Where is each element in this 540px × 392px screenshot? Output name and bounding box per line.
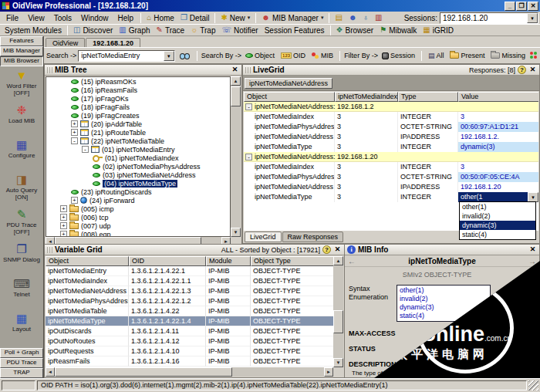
column-header-ipnettomediaindex[interactable]: ipNetToMediaIndex — [335, 92, 398, 102]
column-header-object[interactable]: Object — [244, 92, 335, 102]
sidebar-item-mib-manager[interactable]: MIB Manager — [0, 46, 43, 56]
tree-item[interactable]: (04) ipNetToMediaType — [46, 179, 230, 188]
table-row[interactable]: ipNetToMediaIndex1.3.6.1.2.1.4.22.1.1IP-… — [46, 276, 333, 286]
tree-item[interactable]: +(005) icmp — [46, 204, 230, 213]
sidebar-tool-word-filter-off[interactable]: ▼Word Filter [OFF] — [0, 69, 43, 103]
table-row[interactable]: ipOutNoRoutes1.3.6.1.2.1.4.12IP-MIBOBJEC… — [46, 336, 333, 346]
close-icon[interactable]: ✕ — [528, 66, 537, 74]
toolbar-button-trap[interactable]: ☼Trap — [187, 25, 218, 36]
minimize-button[interactable]: _ — [505, 2, 515, 11]
tree-item[interactable]: (16) ipReasmFails — [46, 86, 230, 94]
toolbar-button-discover[interactable]: ◫Discover — [70, 25, 116, 36]
tree-item[interactable]: -(01) ipNetToMediaEntry — [46, 145, 230, 154]
menu-view[interactable]: View — [23, 13, 49, 23]
toolbar-button-trace[interactable]: ✎Trace — [154, 25, 188, 36]
restore-button[interactable]: ❐ — [516, 2, 527, 11]
mibinfo-vertical-scrollbar[interactable]: ▲ ▼ — [528, 269, 538, 377]
tree-item[interactable]: (17) ipFragOKs — [46, 94, 230, 103]
tab-oidview[interactable]: OidView — [46, 38, 85, 47]
scroll-down-icon[interactable]: ▼ — [333, 358, 343, 367]
tree-item[interactable]: +(21) ipRouteTable — [46, 128, 230, 137]
chevron-down-icon[interactable]: ▾ — [527, 13, 538, 23]
dropdown-option[interactable]: static(4) — [460, 230, 535, 239]
detail-button[interactable]: ❐ Detail — [177, 12, 213, 24]
table-row[interactable]: ipNetToMediaEntry1.3.6.1.2.1.4.22.1IP-MI… — [46, 266, 333, 276]
drag-grip[interactable] — [47, 247, 52, 253]
collapse-icon[interactable]: - — [245, 103, 252, 110]
tree-item[interactable]: -(22) ipNetToMediaTable — [46, 137, 230, 145]
menu-window[interactable]: Window — [76, 13, 113, 23]
help-icon[interactable]: ? — [518, 66, 526, 74]
vargrid-vertical-scrollbar[interactable]: ▲ ▼ — [333, 256, 343, 367]
search-by-mib-button[interactable]: MIB — [309, 51, 336, 60]
livegrid-row[interactable]: ipNetToMediaNetAddress3IPADDRESS192.168.… — [244, 182, 538, 192]
sidebar-tool-configure[interactable]: ▦Configure — [0, 138, 43, 173]
toolbar-button-mibwalk[interactable]: ⚑Mibwalk — [376, 25, 420, 36]
sidebar-button-poll-graph[interactable]: Poll + Graph — [0, 348, 43, 358]
toolbar-button-system-modules[interactable]: System Modules — [2, 25, 65, 36]
tree-item[interactable]: +(008) egp — [46, 230, 230, 237]
scroll-down-icon[interactable]: ▼ — [231, 228, 241, 237]
toolbar-button-session-features[interactable]: Session Features — [262, 25, 328, 36]
column-header-type[interactable]: Type — [398, 92, 458, 102]
search-by-object-button[interactable]: Object — [243, 51, 277, 60]
sidebar-tool-auto-query-on[interactable]: ◨Auto Query [ON] — [0, 173, 43, 208]
filter-present-button[interactable]: Present — [447, 51, 487, 60]
expand-toggle[interactable]: + — [60, 231, 67, 237]
find-button[interactable] — [177, 52, 193, 60]
dropdown-option[interactable]: dynamic(3) — [460, 221, 535, 230]
column-header-oid[interactable]: OID — [129, 256, 206, 266]
sidebar-tool-load-mib[interactable]: ❉Load MIB — [0, 103, 43, 138]
livegrid-row[interactable]: ipNetToMediaPhysAddress3OCTET-STRING00:6… — [244, 122, 538, 132]
tree-item[interactable]: +(007) udp — [46, 221, 230, 230]
tree-item[interactable]: (18) ipFragFails — [46, 103, 230, 111]
menu-help[interactable]: Help — [113, 13, 139, 23]
folder-config-button[interactable]: ▤ — [332, 12, 345, 24]
sidebar-tool-snmp-dialog[interactable]: ❐SNMP Dialog — [0, 242, 43, 277]
scroll-up-icon[interactable]: ▲ — [231, 76, 241, 86]
filter-session-button[interactable]: Session — [380, 51, 417, 60]
new-button[interactable]: ✱ New ▾ — [218, 12, 253, 24]
menu-tools[interactable]: Tools — [49, 13, 76, 23]
tree-item[interactable]: +(24) ipForward — [46, 196, 230, 204]
close-button[interactable]: ✕ — [528, 2, 538, 11]
tree-item[interactable]: (02) ipNetToMediaPhysAddress — [46, 162, 230, 171]
users-button[interactable]: ☻ — [346, 12, 360, 24]
sidebar-button-trap[interactable]: TRAP — [0, 368, 43, 378]
book-button[interactable]: ▥ — [372, 12, 385, 24]
expand-toggle[interactable]: + — [60, 222, 67, 229]
sidebar-item-features[interactable]: Features — [0, 36, 43, 46]
livegrid-row[interactable]: ipNetToMediaType3INTEGERdynamic(3) — [244, 142, 538, 152]
livegrid-row[interactable]: ipNetToMediaNetAddress3IPADDRESS192.168.… — [244, 132, 538, 142]
expand-toggle[interactable]: + — [60, 205, 67, 212]
toolbar-button-igrid[interactable]: ▦iGRID — [420, 25, 457, 36]
search-by-oid-button[interactable]: 123 OID — [278, 51, 308, 60]
scroll-left-icon[interactable]: ◄ — [46, 367, 55, 377]
expand-toggle[interactable]: - — [71, 137, 78, 144]
drag-grip[interactable] — [245, 67, 251, 73]
help-icon[interactable]: ? — [322, 245, 331, 254]
expand-toggle[interactable]: - — [82, 146, 89, 153]
scroll-thumb[interactable] — [231, 86, 241, 106]
sidebar-button-pdu-trace[interactable]: PDU Trace — [0, 358, 43, 368]
expand-toggle[interactable]: + — [71, 120, 78, 127]
livegrid-row[interactable]: ipNetToMediaIndex3INTEGER3 — [244, 162, 538, 172]
column-header-value[interactable]: Value — [458, 92, 538, 102]
toolbar-button-notifier[interactable]: ☏Notifier — [219, 25, 262, 36]
filter-all-button[interactable]: ▤ All — [426, 51, 447, 60]
table-row[interactable]: ipNetToMediaNetAddress1.3.6.1.2.1.4.22.1… — [46, 286, 333, 296]
close-icon[interactable]: ✕ — [231, 66, 239, 74]
menu-file[interactable]: File — [2, 13, 23, 23]
tab-livegrid[interactable]: LiveGrid — [245, 231, 282, 242]
filter-missing-button[interactable]: Missing — [488, 51, 528, 60]
collapse-icon[interactable]: - — [245, 154, 252, 161]
net-address-button[interactable]: ipNetToMediaNetAddress — [245, 78, 332, 89]
sidebar-item-mib-browser[interactable]: MIB Browser — [0, 56, 43, 66]
column-header-object[interactable]: Object — [46, 256, 129, 266]
scroll-up-icon[interactable]: ▲ — [333, 256, 343, 265]
previous-object-icon[interactable]: ← — [348, 257, 356, 265]
scroll-thumb[interactable] — [55, 367, 232, 377]
sessions-combo[interactable]: 192.168.1.20 ▾ — [440, 12, 538, 24]
search-input[interactable]: ipNetToMediaEntry ▾ — [78, 50, 175, 62]
tree-item[interactable]: (23) ipRoutingDiscards — [46, 188, 230, 196]
